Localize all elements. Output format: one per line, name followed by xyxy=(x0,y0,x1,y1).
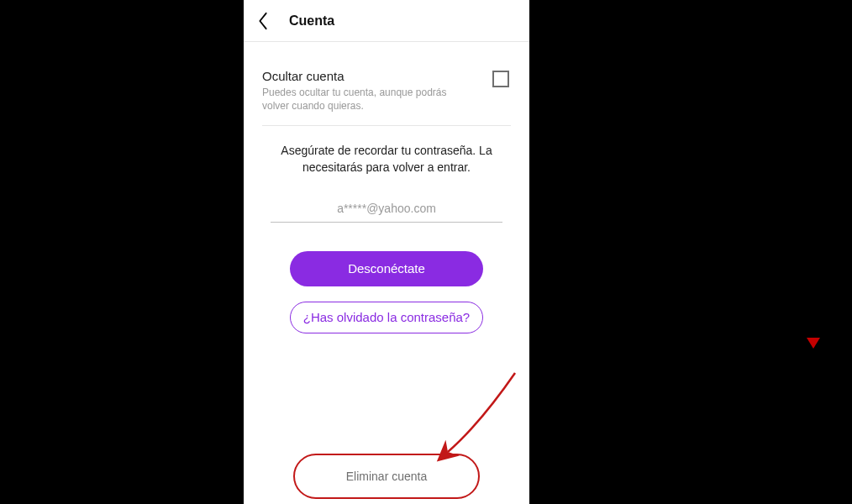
back-icon[interactable] xyxy=(254,12,272,30)
email-field[interactable]: a*****@yahoo.com xyxy=(271,197,502,223)
page-title: Cuenta xyxy=(289,13,334,29)
hide-account-subtitle: Puedes ocultar tu cuenta, aunque podrás … xyxy=(262,86,447,113)
app-bar: Cuenta xyxy=(244,0,529,42)
hide-account-title: Ocultar cuenta xyxy=(262,69,479,83)
forgot-password-button[interactable]: ¿Has olvidado la contraseña? xyxy=(290,302,483,334)
annotation-arrow xyxy=(408,370,525,470)
delete-account-wrap: Eliminar cuenta xyxy=(298,457,475,496)
phone-screen: Cuenta Ocultar cuenta Puedes ocultar tu … xyxy=(244,0,529,504)
content-area: Ocultar cuenta Puedes ocultar tu cuenta,… xyxy=(244,42,529,333)
disconnect-button[interactable]: Desconéctate xyxy=(290,251,483,286)
marker-triangle-icon xyxy=(807,338,820,349)
hide-account-checkbox[interactable] xyxy=(492,71,509,87)
hide-account-text: Ocultar cuenta Puedes ocultar tu cuenta,… xyxy=(262,69,492,113)
delete-account-button[interactable]: Eliminar cuenta xyxy=(298,457,475,496)
password-reminder-text: Asegúrate de recordar tu contraseña. La … xyxy=(262,126,511,184)
hide-account-row: Ocultar cuenta Puedes ocultar tu cuenta,… xyxy=(262,60,511,126)
